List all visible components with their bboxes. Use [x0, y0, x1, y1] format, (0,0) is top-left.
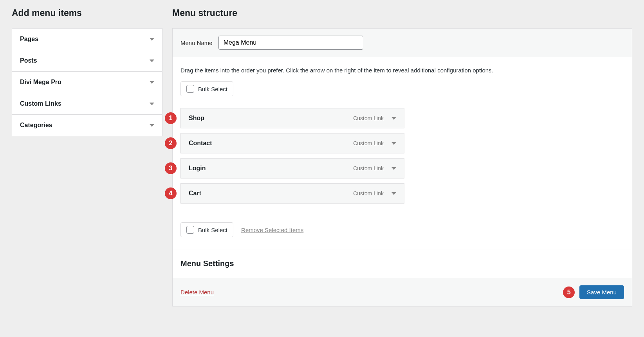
- annotation-badge-4: 4: [165, 187, 177, 199]
- bulk-select-checkbox[interactable]: [186, 226, 194, 234]
- menu-settings-section: Menu Settings: [173, 249, 632, 270]
- chevron-down-icon[interactable]: [391, 117, 396, 120]
- menu-item-label: Cart: [189, 190, 201, 197]
- accordion-label: Categories: [20, 122, 52, 129]
- menu-item-shop[interactable]: Shop Custom Link: [180, 108, 404, 128]
- chevron-down-icon: [150, 38, 154, 41]
- annotation-badge-1: 1: [165, 112, 177, 124]
- annotation-badge-2: 2: [165, 137, 177, 149]
- annotation-badge-3: 3: [165, 162, 177, 174]
- chevron-down-icon[interactable]: [391, 142, 396, 145]
- add-items-accordion: Pages Posts Divi Mega Pro Custom Links C…: [12, 28, 162, 136]
- accordion-categories[interactable]: Categories: [12, 115, 162, 136]
- menu-settings-heading: Menu Settings: [180, 259, 624, 268]
- menu-item-type: Custom Link: [353, 165, 384, 171]
- menu-name-input[interactable]: [218, 36, 363, 50]
- add-menu-items-heading: Add menu items: [12, 8, 162, 18]
- menu-items-list: 1 Shop Custom Link 2 Contact Cust: [173, 96, 632, 214]
- delete-menu-link[interactable]: Delete Menu: [180, 289, 214, 296]
- menu-item-contact[interactable]: Contact Custom Link: [180, 133, 404, 153]
- menu-row: 3 Login Custom Link: [180, 158, 624, 178]
- menu-name-label: Menu Name: [180, 40, 213, 46]
- menu-row: 2 Contact Custom Link: [180, 133, 624, 153]
- menu-row: 1 Shop Custom Link: [180, 108, 624, 128]
- menu-structure-panel: Menu Name Drag the items into the order …: [172, 28, 632, 306]
- bulk-select-bottom[interactable]: Bulk Select: [180, 222, 233, 237]
- accordion-label: Posts: [20, 57, 37, 64]
- menu-item-label: Login: [189, 165, 206, 172]
- menu-item-type: Custom Link: [353, 190, 384, 196]
- menu-structure-heading: Menu structure: [172, 8, 632, 18]
- chevron-down-icon[interactable]: [391, 192, 396, 195]
- accordion-pages[interactable]: Pages: [12, 29, 162, 50]
- menu-item-cart[interactable]: Cart Custom Link: [180, 183, 404, 204]
- accordion-label: Pages: [20, 36, 38, 43]
- annotation-badge-5: 5: [563, 287, 575, 298]
- accordion-divi-mega-pro[interactable]: Divi Mega Pro: [12, 72, 162, 93]
- menu-item-label: Contact: [189, 140, 212, 147]
- chevron-down-icon[interactable]: [391, 167, 396, 170]
- chevron-down-icon: [150, 124, 154, 127]
- accordion-posts[interactable]: Posts: [12, 50, 162, 72]
- instructions-text: Drag the items into the order you prefer…: [173, 57, 632, 81]
- bulk-select-label: Bulk Select: [198, 227, 227, 233]
- menu-row: 4 Cart Custom Link: [180, 183, 624, 204]
- remove-selected-link[interactable]: Remove Selected Items: [241, 227, 303, 233]
- save-menu-button[interactable]: Save Menu: [579, 285, 624, 299]
- menu-item-label: Shop: [189, 115, 204, 122]
- chevron-down-icon: [150, 81, 154, 84]
- bulk-select-checkbox[interactable]: [186, 85, 194, 93]
- menu-item-type: Custom Link: [353, 115, 384, 121]
- bulk-actions-bottom: Bulk Select Remove Selected Items: [173, 214, 632, 249]
- menu-item-type: Custom Link: [353, 140, 384, 146]
- menu-item-login[interactable]: Login Custom Link: [180, 158, 404, 178]
- chevron-down-icon: [150, 59, 154, 62]
- accordion-label: Custom Links: [20, 100, 61, 107]
- bulk-select-label: Bulk Select: [198, 86, 227, 92]
- bulk-select-top[interactable]: Bulk Select: [180, 81, 233, 96]
- chevron-down-icon: [150, 103, 154, 105]
- accordion-label: Divi Mega Pro: [20, 79, 61, 86]
- footer-row: Delete Menu 5 Save Menu: [173, 278, 632, 306]
- accordion-custom-links[interactable]: Custom Links: [12, 93, 162, 115]
- menu-name-row: Menu Name: [173, 29, 632, 57]
